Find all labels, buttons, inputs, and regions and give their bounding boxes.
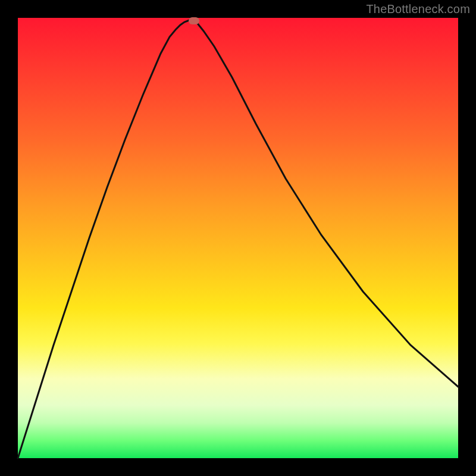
optimal-point-marker [189, 17, 199, 24]
plot-area [18, 18, 458, 458]
curve-path [18, 20, 458, 458]
bottleneck-curve [18, 18, 458, 458]
chart-frame: TheBottleneck.com [0, 0, 476, 476]
watermark-text: TheBottleneck.com [366, 2, 470, 16]
